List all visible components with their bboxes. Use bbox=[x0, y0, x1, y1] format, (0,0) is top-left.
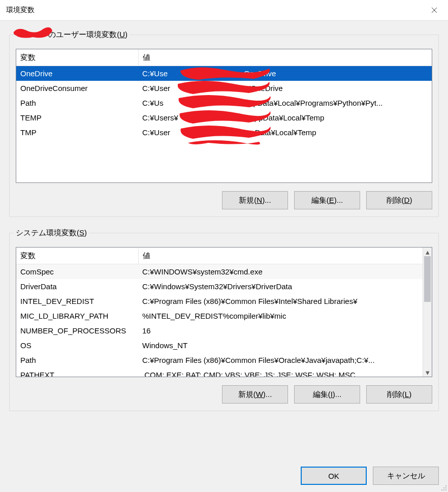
system-buttons-row: 新規(W)... 編集(I)... 削除(L) bbox=[16, 385, 432, 404]
var-value-cell: 16 bbox=[138, 323, 423, 338]
var-name-cell: PATHEXT bbox=[16, 367, 138, 377]
user-variables-legend: XXXXXX のユーザー環境変数(U) bbox=[14, 30, 130, 40]
table-row[interactable]: TMPC:¥UserppData¥Local¥Temp bbox=[16, 125, 432, 140]
table-row[interactable]: PATHEXT.COM;.EXE;.BAT;.CMD;.VBS;.VBE;.JS… bbox=[16, 367, 423, 377]
system-new-button[interactable]: 新規(W)... bbox=[222, 385, 288, 404]
system-variables-list[interactable]: 変数 値 ComSpecC:¥WINDOWS¥system32¥cmd.exeD… bbox=[16, 247, 432, 377]
user-variables-group: XXXXXX のユーザー環境変数(U) 変数 値 OneDriveC:¥UseO… bbox=[9, 30, 439, 217]
var-value-cell: .COM;.EXE;.BAT;.CMD;.VBS;.VBE;.JS;.JSE;.… bbox=[138, 367, 423, 377]
var-name-cell: TMP bbox=[16, 125, 138, 140]
column-header-variable[interactable]: 変数 bbox=[16, 248, 138, 264]
table-row[interactable]: OneDriveConsumerC:¥User¥OneDrive bbox=[16, 81, 432, 96]
var-value-cell: %INTEL_DEV_REDIST%compiler¥lib¥mic bbox=[138, 309, 423, 323]
system-delete-button[interactable]: 削除(L) bbox=[366, 385, 432, 404]
var-name-cell: DriverData bbox=[16, 279, 138, 294]
environment-variables-dialog: 環境変数 XXXXXX のユーザー環境変数(U) bbox=[0, 0, 448, 492]
ok-button[interactable]: OK bbox=[301, 467, 367, 485]
dialog-footer: OK キャンセル bbox=[0, 464, 448, 492]
window-title: 環境変数 bbox=[6, 6, 423, 15]
scroll-thumb[interactable] bbox=[424, 256, 431, 302]
var-value-cell: C:¥Windows¥System32¥Drivers¥DriverData bbox=[138, 279, 423, 294]
table-row[interactable]: OSWindows_NT bbox=[16, 338, 423, 353]
var-name-cell: Path bbox=[16, 353, 138, 367]
svg-point-4 bbox=[445, 487, 446, 488]
var-value-cell: C:¥UserppData¥Local¥Temp bbox=[138, 125, 432, 140]
var-name-cell: INTEL_DEV_REDIST bbox=[16, 294, 138, 309]
var-name-cell: Path bbox=[16, 96, 138, 110]
redaction-scribble bbox=[13, 26, 53, 39]
var-name-cell: MIC_LD_LIBRARY_PATH bbox=[16, 309, 138, 323]
var-value-cell: Windows_NT bbox=[138, 338, 423, 353]
scrollbar[interactable]: ▴ ▾ bbox=[423, 248, 432, 377]
user-new-button[interactable]: 新規(N)... bbox=[222, 191, 288, 209]
var-name-cell: OneDriveConsumer bbox=[16, 81, 138, 96]
scroll-up-icon[interactable]: ▴ bbox=[423, 248, 432, 256]
scroll-down-icon[interactable]: ▾ bbox=[423, 368, 432, 377]
table-row[interactable]: MIC_LD_LIBRARY_PATH%INTEL_DEV_REDIST%com… bbox=[16, 309, 423, 323]
table-row[interactable]: OneDriveC:¥UseOneDrive bbox=[16, 66, 432, 81]
svg-point-7 bbox=[445, 489, 446, 490]
user-edit-button[interactable]: 編集(E)... bbox=[294, 191, 360, 209]
table-row[interactable]: INTEL_DEV_REDISTC:¥Program Files (x86)¥C… bbox=[16, 294, 423, 309]
var-name-cell: ComSpec bbox=[16, 264, 138, 279]
svg-point-5 bbox=[441, 489, 442, 490]
cancel-button[interactable]: キャンセル bbox=[373, 467, 439, 485]
column-header-value[interactable]: 値 bbox=[138, 49, 432, 66]
var-value-cell: C:¥Us¥AppData¥Local¥Programs¥Python¥Pyt.… bbox=[138, 96, 432, 110]
table-row[interactable]: DriverDataC:¥Windows¥System32¥Drivers¥Dr… bbox=[16, 279, 423, 294]
resize-grip-icon[interactable] bbox=[440, 484, 447, 491]
table-row[interactable]: TEMPC:¥Users¥ppData¥Local¥Temp bbox=[16, 110, 432, 125]
var-value-cell: C:¥Program Files (x86)¥Common Files¥Inte… bbox=[138, 294, 423, 309]
var-value-cell: C:¥WINDOWS¥system32¥cmd.exe bbox=[138, 264, 423, 279]
column-header-variable[interactable]: 変数 bbox=[16, 49, 138, 66]
svg-point-3 bbox=[443, 487, 444, 488]
dialog-content: XXXXXX のユーザー環境変数(U) 変数 値 OneDriveC:¥UseO… bbox=[0, 21, 448, 464]
var-value-cell: C:¥Users¥ppData¥Local¥Temp bbox=[138, 110, 432, 125]
table-row[interactable]: PathC:¥Us¥AppData¥Local¥Programs¥Python¥… bbox=[16, 96, 432, 110]
system-variables-group: システム環境変数(S) 変数 値 ComSpecC:¥WINDOWS¥ bbox=[9, 228, 439, 411]
var-name-cell: TEMP bbox=[16, 110, 138, 125]
var-name-cell: OS bbox=[16, 338, 138, 353]
var-name-cell: NUMBER_OF_PROCESSORS bbox=[16, 323, 138, 338]
var-name-cell: OneDrive bbox=[16, 66, 138, 81]
user-delete-button[interactable]: 削除(D) bbox=[366, 191, 432, 209]
table-row[interactable]: ComSpecC:¥WINDOWS¥system32¥cmd.exe bbox=[16, 264, 423, 279]
var-value-cell: C:¥UseOneDrive bbox=[138, 66, 432, 81]
table-row[interactable]: NUMBER_OF_PROCESSORS16 bbox=[16, 323, 423, 338]
column-header-value[interactable]: 値 bbox=[138, 248, 432, 264]
svg-point-2 bbox=[445, 485, 446, 486]
user-buttons-row: 新規(N)... 編集(E)... 削除(D) bbox=[16, 191, 432, 209]
table-row[interactable]: PathC:¥Program Files (x86)¥Common Files¥… bbox=[16, 353, 423, 367]
var-value-cell: C:¥Program Files (x86)¥Common Files¥Orac… bbox=[138, 353, 423, 367]
titlebar: 環境変数 bbox=[0, 0, 448, 21]
user-variables-list[interactable]: 変数 値 OneDriveC:¥UseOneDriveOneDriveConsu… bbox=[16, 49, 432, 183]
system-edit-button[interactable]: 編集(I)... bbox=[294, 385, 360, 404]
svg-point-6 bbox=[443, 489, 444, 490]
close-icon[interactable] bbox=[423, 3, 446, 18]
var-value-cell: C:¥User¥OneDrive bbox=[138, 81, 432, 96]
system-variables-legend: システム環境変数(S) bbox=[14, 228, 89, 238]
